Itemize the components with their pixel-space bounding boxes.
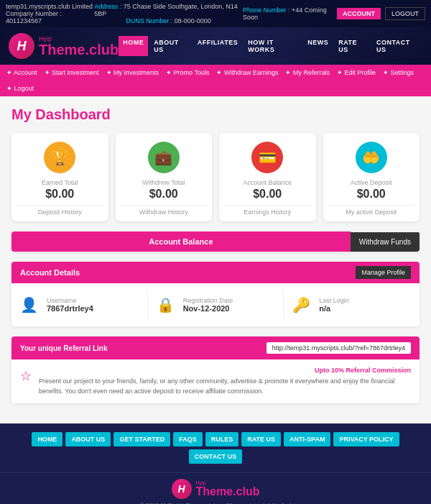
nav-rate[interactable]: RATE US (334, 36, 371, 56)
balance-label: Account Balance (243, 179, 292, 186)
referral-text-block: Upto 10% Referral Commission Present our… (39, 367, 411, 396)
logo: H Hyip Theme.club (9, 33, 119, 59)
earned-value: $0.00 (45, 188, 74, 201)
logo-club: club (89, 42, 119, 58)
main-nav: HOME ABOUT US AFFILIATES HOW IT WORKS NE… (119, 36, 422, 56)
referral-link-row: Your unique Referral Link http://temp31.… (11, 336, 420, 359)
footer-about[interactable]: ABOUT US (65, 432, 111, 446)
nav-about[interactable]: ABOUT US (149, 36, 192, 56)
subnav-promo[interactable]: ✦ Promo Tools (162, 65, 213, 81)
sub-nav: ✦ Account ✦ Start Investment ✦ My Invest… (0, 65, 431, 96)
lastlogin-value: n/a (319, 304, 349, 313)
top-right-info: Phone Number : +44 Coming Soon ACCOUNT L… (243, 6, 425, 21)
company-number: Company Number : 4011234567 (6, 10, 94, 24)
regdate-info: Registration Date Nov-12-2020 (183, 297, 233, 313)
dashboard-title: My Dashboard (11, 106, 420, 123)
footer-logo-theme: Theme. (196, 485, 236, 498)
footer-faqs[interactable]: FAQS (173, 432, 203, 446)
card-earned: 🏆 Earned Total $0.00 Deposit History (11, 133, 108, 221)
subnav-account[interactable]: ✦ Account (3, 65, 41, 81)
balance-value: $0.00 (253, 188, 282, 201)
referral-commission: Upto 10% Referral Commission (39, 367, 411, 374)
earned-label: Earned Total (42, 179, 78, 186)
nav-contact[interactable]: CONTACT US (372, 36, 422, 56)
referral-link-value[interactable]: http://temp31.myscripts.club/?ref=7867dr… (267, 342, 411, 354)
nav-affiliates[interactable]: AFFILIATES (193, 36, 242, 56)
address-label: Address : (94, 3, 121, 10)
account-button[interactable]: ACCOUNT (337, 8, 381, 19)
footer-get-started[interactable]: GET STARTED (113, 432, 170, 446)
username-label: Username (47, 297, 93, 304)
logo-icon: H (9, 33, 34, 59)
phone-info: Phone Number : +44 Coming Soon (243, 6, 333, 21)
logo-theme: Theme. (39, 42, 89, 58)
footer-logo-text: Hyip Theme.club (196, 480, 260, 498)
referral-body-text: Present our project to your friends, fam… (39, 377, 411, 396)
card-balance: 💳 Account Balance $0.00 Earnings History (219, 133, 316, 221)
account-details-header: Account Details Manage Profile (11, 262, 420, 283)
active-deposit-link[interactable]: My active Deposit (328, 205, 416, 216)
subnav-edit[interactable]: ✦ Edit Profile (333, 65, 379, 81)
manage-profile-button[interactable]: Manage Profile (356, 266, 411, 279)
footer-rate[interactable]: RATE US (241, 432, 281, 446)
logout-button[interactable]: LOGOUT (385, 7, 425, 20)
balance-bar-label: Account Balance (11, 232, 351, 252)
address-info: Address : 75 Chase Side Southgate, Londo… (94, 3, 243, 24)
footer-rules[interactable]: RULES (205, 432, 239, 446)
footer-logo: H Hyip Theme.club (172, 479, 260, 499)
footer-contact[interactable]: CONTACT US (189, 449, 242, 464)
lastlogin-label: Last Login (319, 297, 349, 304)
footer-anti-spam[interactable]: ANTI-SPAM (284, 432, 330, 446)
card-active-deposit: 🤲 Active Deposit $0.00 My active Deposit (323, 133, 420, 221)
earnings-history-link[interactable]: Earnings History (223, 205, 312, 216)
regdate-value: Nov-12-2020 (183, 304, 233, 313)
withdraw-funds-button[interactable]: Withdraw Funds (351, 232, 420, 252)
account-details-title: Account Details (20, 268, 80, 277)
withdraw-history-link[interactable]: Withdraw History (120, 205, 208, 216)
active-deposit-label: Active Deposit (351, 179, 392, 186)
subnav-withdraw[interactable]: ✦ Withdraw Earnings (213, 65, 282, 81)
footer-logo-icon: H (172, 479, 192, 499)
footer-privacy[interactable]: PRIVACY POLICY (333, 432, 399, 446)
nav-news[interactable]: NEWS (303, 36, 333, 56)
balance-icon: 💳 (251, 142, 283, 173)
address-line: Address : 75 Chase Side Southgate, Londo… (94, 3, 243, 17)
subnav-settings[interactable]: ✦ Settings (379, 65, 417, 81)
referral-section: Your unique Referral Link http://temp31.… (11, 336, 420, 403)
regdate-group: Registration Date Nov-12-2020 (183, 297, 275, 313)
footer-logo-section: H Hyip Theme.club © 2019 All Rights Rese… (0, 472, 431, 504)
footer-home[interactable]: HOME (32, 432, 62, 446)
duns-line: DUNS Number : 08-000-0000 (126, 17, 211, 24)
referral-body: ☆ Upto 10% Referral Commission Present o… (11, 359, 420, 403)
referral-title: Your unique Referral Link (20, 344, 108, 352)
subnav-logout[interactable]: ✦ Logout (3, 81, 37, 96)
active-deposit-value: $0.00 (357, 188, 386, 201)
footer-logo-club: club (236, 485, 260, 498)
user-icon: 👤 (20, 296, 38, 313)
lastlogin-group: Last Login n/a (319, 297, 411, 313)
top-bar: temp31.myscripts.club Limited Company Nu… (0, 0, 431, 27)
header: H Hyip Theme.club HOME ABOUT US AFFILIAT… (0, 27, 431, 65)
subnav-investments[interactable]: ✦ My Investments (103, 65, 163, 81)
lock-icon: 🔒 (157, 296, 175, 313)
lastlogin-info: Last Login n/a (319, 297, 349, 313)
footer-logo-small: Hyip (196, 480, 260, 485)
withdrew-label: Withdrew Total (142, 179, 185, 186)
withdrew-icon: 💼 (148, 142, 180, 173)
withdrew-value: $0.00 (149, 188, 178, 201)
account-details-row: 👤 Username 7867drtrley4 🔒 Registration D… (11, 283, 420, 326)
subnav-start[interactable]: ✦ Start Investment (41, 65, 103, 81)
company-name: temp31.myscripts.club Limited (6, 3, 94, 10)
card-withdrew: 💼 Withdrew Total $0.00 Withdraw History (116, 133, 213, 221)
cards-row: 🏆 Earned Total $0.00 Deposit History 💼 W… (11, 133, 420, 221)
company-info: temp31.myscripts.club Limited Company Nu… (6, 3, 94, 24)
account-details-section: Account Details Manage Profile 👤 Usernam… (11, 262, 420, 326)
divider-1 (147, 290, 148, 319)
deposit-history-link[interactable]: Deposit History (16, 205, 104, 216)
nav-how[interactable]: HOW IT WORKS (244, 36, 302, 56)
username-value: 7867drtrley4 (47, 304, 93, 313)
star-icon: ☆ (20, 368, 32, 384)
nav-home[interactable]: HOME (119, 36, 148, 56)
subnav-referrals[interactable]: ✦ My Referrals (282, 65, 333, 81)
footer-nav: HOME ABOUT US GET STARTED FAQS RULES RAT… (0, 423, 431, 472)
